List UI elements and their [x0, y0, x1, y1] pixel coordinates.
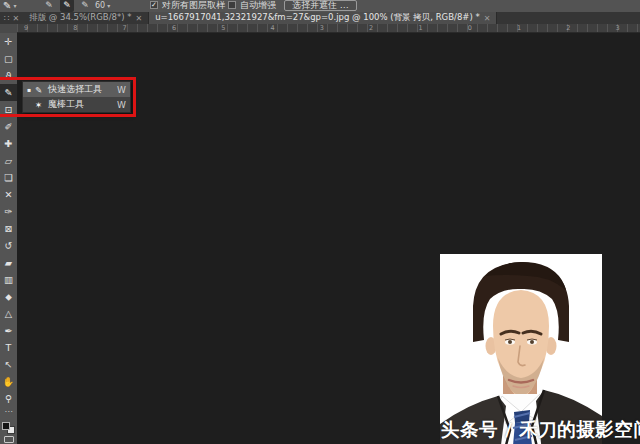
- document-tab-bar: ∷ ✕ 排版 @ 34.5%(RGB/8*) *✕u=1667917041,32…: [0, 12, 640, 24]
- blur-tool-icon: ⬥: [5, 292, 12, 302]
- ruler-tick-label: 7: [123, 24, 127, 32]
- color-swatches: [0, 419, 17, 435]
- flyout-item-label: 快速选择工具: [48, 83, 114, 96]
- clone-stamp-tool-icon: ⊠: [5, 224, 13, 234]
- rectangular-marquee-tool-icon: ▢: [4, 54, 13, 64]
- portrait-photo[interactable]: [440, 254, 602, 444]
- portrait-man-illustration: [440, 254, 602, 444]
- move-tool[interactable]: ✛: [0, 33, 17, 50]
- move-tool-icon: ✛: [5, 37, 13, 47]
- foreground-color-swatch[interactable]: [2, 422, 10, 430]
- type-tool-icon: T: [6, 343, 12, 353]
- sample-all-layers-label: 对所有图层取样: [162, 0, 225, 12]
- watermark-text: 头条号 / 禾刀的摄影空间: [441, 417, 640, 441]
- ruler-tick-label: 4: [271, 24, 275, 32]
- add-to-selection-mode-button[interactable]: ✎: [60, 0, 74, 12]
- healing-brush-tool[interactable]: ▱: [0, 152, 17, 169]
- canvas-pasteboard[interactable]: ▪✎快速选择工具W✶魔棒工具W: [17, 33, 640, 444]
- quick-selection-tool[interactable]: ✎: [0, 84, 17, 101]
- hand-tool[interactable]: ✋: [0, 373, 17, 390]
- tool-options-bar: ✎ ▾ ✎✎✎ 60 ▾ ✓ 对所有图层取样 自动增强 选择并遮住 …: [0, 0, 640, 12]
- quick-selection-tool-icon: ✎: [3, 0, 11, 11]
- gradient-tool-icon: ▥: [4, 275, 13, 285]
- zoom-tool-icon: ⚲: [5, 394, 12, 404]
- ruler-tick-label: 5: [221, 24, 225, 32]
- auto-enhance-option[interactable]: 自动增强: [228, 0, 276, 12]
- ruler-tick-label: 2: [369, 24, 373, 32]
- dodge-tool-icon: △: [5, 309, 12, 319]
- lasso-tool[interactable]: ϑ: [0, 67, 17, 84]
- flyout-item-2[interactable]: ✶魔棒工具W: [23, 97, 130, 112]
- eraser-tool[interactable]: ▰: [0, 254, 17, 271]
- current-tool-marker: ▪: [27, 86, 32, 93]
- pen-tool[interactable]: ✒: [0, 322, 17, 339]
- gradient-tool[interactable]: ▥: [0, 271, 17, 288]
- patch-tool[interactable]: ❏: [0, 169, 17, 186]
- eyedropper-tool-icon: ✐: [5, 122, 13, 132]
- sample-all-layers-checkbox[interactable]: ✓: [150, 1, 158, 9]
- quick-selection-icon: ✎: [35, 85, 45, 95]
- brush-tool[interactable]: ✑: [0, 203, 17, 220]
- eraser-tool-icon: ▰: [5, 258, 12, 268]
- auto-enhance-checkbox[interactable]: [228, 1, 236, 9]
- ruler-tick-label: 1: [418, 24, 422, 32]
- pen-tool-icon: ✒: [5, 326, 13, 336]
- horizontal-ruler[interactable]: 9876543210123: [17, 24, 640, 33]
- spot-healing-brush-tool[interactable]: ✚: [0, 135, 17, 152]
- history-brush-tool-icon: ↺: [5, 241, 13, 251]
- flyout-item-shortcut: W: [117, 85, 126, 95]
- sample-all-layers-option[interactable]: ✓ 对所有图层取样: [150, 0, 225, 12]
- path-selection-tool[interactable]: ↖: [0, 356, 17, 373]
- ruler-tick-label: 9: [24, 24, 28, 32]
- close-icon[interactable]: ✕: [484, 14, 491, 23]
- crop-tool-icon: ⊡: [5, 105, 13, 115]
- subtract-from-selection-mode-button[interactable]: ✎: [78, 0, 92, 12]
- content-aware-move-tool-icon: ✕: [5, 190, 13, 200]
- ruler-tick-label: 2: [566, 24, 570, 32]
- quick-selection-tool-icon: ✎: [5, 88, 13, 98]
- patch-tool-icon: ❏: [4, 173, 13, 183]
- tab-strip-grip[interactable]: ∷ ✕: [0, 12, 23, 24]
- edit-toolbar-button[interactable]: ⋯: [0, 407, 17, 417]
- chevron-down-icon: ▾: [107, 2, 110, 9]
- blur-tool[interactable]: ⬥: [0, 288, 17, 305]
- brush-tool-icon: ✑: [5, 207, 13, 217]
- type-tool[interactable]: T: [0, 339, 17, 356]
- history-brush-tool[interactable]: ↺: [0, 237, 17, 254]
- eyedropper-tool[interactable]: ✐: [0, 118, 17, 135]
- ruler-corner: [0, 24, 17, 33]
- selection-mode-buttons: ✎✎✎: [42, 0, 92, 12]
- brush-size-value: 60: [95, 1, 105, 10]
- flyout-item-1[interactable]: ▪✎快速选择工具W: [23, 82, 130, 97]
- document-tab-title: u=1667917041,32321927&fm=27&gp=0.jpg @ 1…: [155, 12, 480, 24]
- ruler-tick-label: 8: [73, 24, 77, 32]
- quick-selection-flyout-menu: ▪✎快速选择工具W✶魔棒工具W: [22, 81, 131, 113]
- chevron-down-icon: ▾: [13, 2, 16, 9]
- magic-wand-icon: ✶: [35, 100, 45, 110]
- clone-stamp-tool[interactable]: ⊠: [0, 220, 17, 237]
- ruler-tick-label: 0: [468, 24, 472, 32]
- select-and-mask-button[interactable]: 选择并遮住 …: [284, 0, 357, 11]
- document-tab-1[interactable]: 排版 @ 34.5%(RGB/8*) *✕: [23, 12, 149, 24]
- zoom-tool[interactable]: ⚲: [0, 390, 17, 407]
- flyout-item-shortcut: W: [117, 100, 126, 110]
- ruler-tick-label: 1: [517, 24, 521, 32]
- brush-size-picker[interactable]: 60 ▾: [95, 0, 110, 12]
- close-icon[interactable]: ✕: [135, 14, 142, 23]
- auto-enhance-label: 自动增强: [240, 0, 276, 12]
- crop-tool[interactable]: ⊡: [0, 101, 17, 118]
- ruler-tick-label: 3: [616, 24, 620, 32]
- content-aware-move-tool[interactable]: ✕: [0, 186, 17, 203]
- dodge-tool[interactable]: △: [0, 305, 17, 322]
- new-selection-mode-button[interactable]: ✎: [42, 0, 56, 12]
- flyout-item-label: 魔棒工具: [48, 98, 114, 111]
- screen-mode-button[interactable]: [4, 436, 14, 443]
- close-icon[interactable]: ✕: [12, 14, 19, 23]
- tool-preset-picker[interactable]: ✎ ▾: [3, 0, 16, 12]
- tools-panel: ✛▢ϑ✎⊡✐✚▱❏✕✑⊠↺▰▥⬥△✒T↖✋⚲: [0, 33, 17, 444]
- lasso-tool-icon: ϑ: [6, 71, 12, 81]
- spot-healing-brush-tool-icon: ✚: [5, 139, 13, 149]
- document-tab-2[interactable]: u=1667917041,32321927&fm=27&gp=0.jpg @ 1…: [149, 12, 497, 24]
- rectangular-marquee-tool[interactable]: ▢: [0, 50, 17, 67]
- path-selection-tool-icon: ↖: [5, 360, 13, 370]
